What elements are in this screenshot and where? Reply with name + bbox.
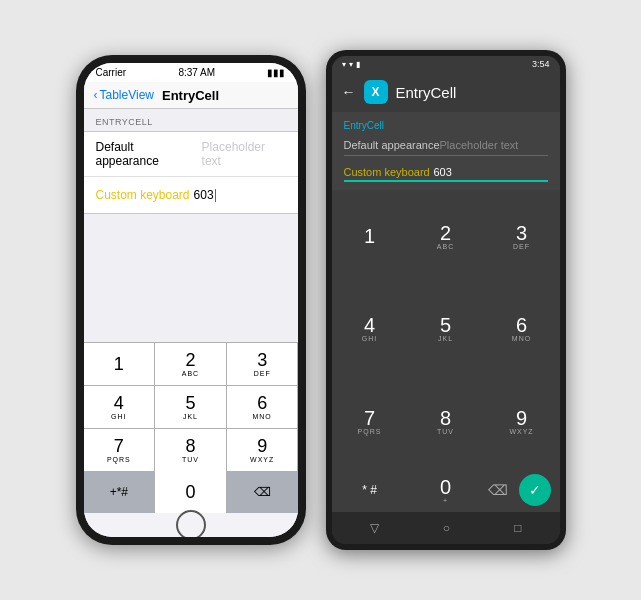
android-phone: ▾ ▾ ▮ 3:54 ← X EntryCell EntryCell Defau… (326, 50, 566, 550)
android-checkmark-icon: ✓ (529, 482, 541, 498)
ios-numpad-bottom: +*# 0 ⌫ (84, 471, 298, 513)
android-numpad-bottom: * # 0 + ⌫ ✓ (332, 468, 560, 512)
android-signal-icon: ▾ (342, 60, 346, 69)
ios-screen: Carrier 8:37 AM ▮▮▮ ‹ TableView EntryCel… (84, 63, 298, 537)
android-back-icon[interactable]: ← (342, 84, 356, 100)
android-back-nav-icon[interactable]: ▽ (370, 521, 379, 535)
ios-numpad-grid: 1 2ABC 3DEF 4GHI 5JKL 6MNO 7PQRS 8TUV 9W… (84, 343, 298, 471)
android-wifi-icon: ▾ (349, 60, 353, 69)
ios-row-default-label: Default appearance (96, 140, 198, 168)
ios-key-8[interactable]: 8TUV (155, 429, 226, 471)
ios-carrier: Carrier (96, 67, 127, 78)
ios-key-sym[interactable]: +*# (84, 471, 155, 513)
android-nav-bar: ▽ ○ □ (332, 512, 560, 544)
and-key-2[interactable]: 2ABC (408, 190, 484, 283)
ios-row-default-value: Placeholder text (202, 140, 286, 168)
android-toolbar: ← X EntryCell (332, 72, 560, 112)
android-row-custom-value: 603 (434, 166, 548, 178)
ios-key-5[interactable]: 5JKL (155, 386, 226, 428)
ios-key-4[interactable]: 4GHI (84, 386, 155, 428)
ios-nav-bar: ‹ TableView EntryCell (84, 82, 298, 109)
ios-phone: Carrier 8:37 AM ▮▮▮ ‹ TableView EntryCel… (76, 55, 306, 545)
android-row-custom-wrap: Custom keyboard 603 (344, 166, 548, 182)
ios-home-bar (84, 513, 298, 537)
ios-key-7[interactable]: 7PQRS (84, 429, 155, 471)
android-screen: ▾ ▾ ▮ 3:54 ← X EntryCell EntryCell Defau… (332, 56, 560, 544)
and-key-3[interactable]: 3DEF (484, 190, 560, 283)
and-key-sym[interactable]: * # (332, 468, 408, 512)
ios-battery: ▮▮▮ (267, 67, 285, 78)
ios-back-label: TableView (100, 88, 154, 102)
and-key-1[interactable]: 1 (332, 190, 408, 283)
android-row-default-value: Placeholder text (440, 139, 548, 151)
android-row-default: Default appearance Placeholder text (344, 139, 548, 156)
ios-section-header: ENTRYCELL (84, 109, 298, 131)
ios-status-bar: Carrier 8:37 AM ▮▮▮ (84, 63, 298, 82)
android-logo: X (364, 80, 388, 104)
ios-row-custom[interactable]: Custom keyboard 603 (84, 177, 298, 213)
ios-nav-title: EntryCell (162, 88, 219, 103)
ios-key-9[interactable]: 9WXYZ (227, 429, 298, 471)
ios-row-custom-label: Custom keyboard (96, 188, 190, 202)
and-key-8[interactable]: 8TUV (408, 375, 484, 468)
ios-cursor (215, 189, 216, 202)
ios-key-6[interactable]: 6MNO (227, 386, 298, 428)
android-row-custom[interactable]: Custom keyboard 603 (344, 166, 548, 178)
android-backspace-button[interactable]: ⌫ (488, 482, 508, 498)
ios-key-backspace[interactable]: ⌫ (227, 471, 298, 513)
android-numpad: 1 2ABC 3DEF 4GHI 5JKL 6MNO 7PQRS 8TUV 9W… (332, 190, 560, 512)
android-recents-nav-icon[interactable]: □ (514, 521, 521, 535)
ios-content: ENTRYCELL Default appearance Placeholder… (84, 109, 298, 342)
ios-row-default: Default appearance Placeholder text (84, 132, 298, 177)
ios-back-chevron: ‹ (94, 88, 98, 102)
ios-home-button[interactable] (176, 510, 206, 537)
android-done-button[interactable]: ✓ (519, 474, 551, 506)
ios-row-custom-value: 603 (194, 188, 216, 202)
ios-table-group: Default appearance Placeholder text Cust… (84, 131, 298, 214)
ios-numpad: 1 2ABC 3DEF 4GHI 5JKL 6MNO 7PQRS 8TUV 9W… (84, 342, 298, 513)
android-content: EntryCell Default appearance Placeholder… (332, 112, 560, 190)
and-key-6[interactable]: 6MNO (484, 283, 560, 376)
ios-time: 8:37 AM (178, 67, 215, 78)
android-logo-text: X (371, 85, 379, 99)
ios-key-1[interactable]: 1 (84, 343, 155, 385)
android-home-nav-icon[interactable]: ○ (443, 521, 450, 535)
and-key-4[interactable]: 4GHI (332, 283, 408, 376)
android-numpad-grid: 1 2ABC 3DEF 4GHI 5JKL 6MNO 7PQRS 8TUV 9W… (332, 190, 560, 468)
android-section-label: EntryCell (344, 120, 548, 131)
ios-key-2[interactable]: 2ABC (155, 343, 226, 385)
and-key-0[interactable]: 0 + (408, 468, 484, 512)
ios-key-0[interactable]: 0 (155, 471, 226, 513)
and-key-7[interactable]: 7PQRS (332, 375, 408, 468)
and-key-5[interactable]: 5JKL (408, 283, 484, 376)
ios-key-3[interactable]: 3DEF (227, 343, 298, 385)
and-key-9[interactable]: 9WXYZ (484, 375, 560, 468)
android-row-default-label: Default appearance (344, 139, 440, 151)
ios-back-button[interactable]: ‹ TableView (94, 88, 154, 102)
android-status-icons: ▾ ▾ ▮ (342, 60, 360, 69)
and-key-backspace-done: ⌫ ✓ (484, 468, 560, 512)
android-battery-icon: ▮ (356, 60, 360, 69)
main-container: Carrier 8:37 AM ▮▮▮ ‹ TableView EntryCel… (56, 30, 586, 570)
android-row-custom-label: Custom keyboard (344, 166, 434, 178)
android-toolbar-title: EntryCell (396, 84, 457, 101)
android-field-underline (344, 180, 548, 182)
android-time: 3:54 (532, 59, 550, 69)
android-status-bar: ▾ ▾ ▮ 3:54 (332, 56, 560, 72)
